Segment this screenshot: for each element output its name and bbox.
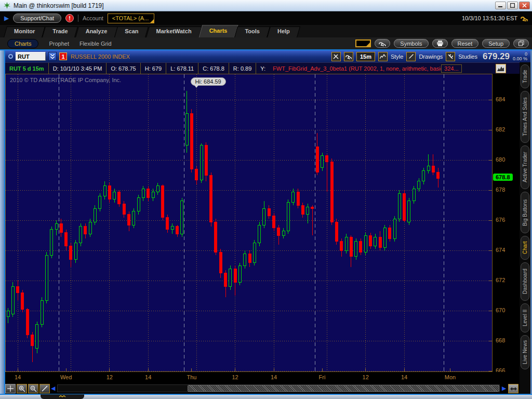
setup-button[interactable]: Setup — [482, 39, 510, 48]
double-chevron-up-icon — [59, 395, 66, 398]
wrench-icon[interactable] — [521, 15, 528, 21]
candlestick — [301, 205, 304, 214]
vtab-dashboard[interactable]: Dashboard — [521, 262, 529, 301]
subtab-prophet[interactable]: Prophet — [49, 41, 69, 47]
candlestick — [132, 211, 135, 225]
candlestick — [11, 287, 14, 314]
x-axis-label: 14 — [264, 374, 283, 380]
candlestick — [99, 196, 101, 208]
linked-count-badge[interactable]: 1 — [59, 52, 67, 60]
chart-plot-area[interactable]: 2010 © TD AMERITRADE IP Company, Inc. Hi… — [5, 74, 493, 372]
y-axis-label: 680 — [496, 156, 505, 163]
drawings-icon[interactable] — [406, 52, 416, 61]
style-icon[interactable] — [378, 52, 388, 61]
zoom-in-button[interactable] — [17, 384, 27, 393]
expand-arrow-icon[interactable]: ▶ — [4, 15, 9, 22]
y-axis-label: 682 — [496, 126, 505, 132]
tab-analyze[interactable]: Analyze — [77, 26, 116, 37]
vtab-live-news[interactable]: Live News — [521, 335, 529, 369]
candlestick — [215, 222, 217, 252]
tab-help[interactable]: Help — [269, 26, 299, 37]
candlestick — [26, 309, 29, 335]
studies-icon[interactable] — [446, 52, 455, 61]
tab-monitor[interactable]: Monitor — [5, 26, 44, 37]
symbols-button[interactable]: Symbols — [394, 39, 428, 48]
pan-button[interactable] — [508, 384, 518, 393]
detach-chart-button[interactable] — [496, 64, 506, 73]
support-chat-button[interactable]: Support/Chat — [13, 14, 61, 23]
ohlc-open: O: 678.75 — [107, 63, 140, 74]
collapse-panel-tab[interactable] — [41, 394, 84, 399]
chart-tools-button[interactable] — [331, 52, 341, 61]
candlestick — [156, 186, 159, 192]
account-selector-dropdown[interactable]: <TOTAL> (A... — [108, 14, 155, 23]
tab-trade[interactable]: Trade — [44, 26, 76, 37]
candlestick — [437, 172, 440, 179]
crosshair-tool-button[interactable] — [5, 384, 16, 393]
candlestick — [413, 189, 415, 201]
candlestick — [60, 223, 62, 232]
reset-button[interactable]: Reset — [451, 39, 479, 48]
candlestick — [374, 237, 377, 246]
vtab-big-buttons[interactable]: Big Buttons — [521, 192, 529, 233]
close-icon — [522, 3, 527, 8]
x-axis-label: 14 — [395, 374, 414, 380]
copy-window-button[interactable] — [513, 39, 529, 48]
studies-button[interactable]: Studies — [458, 54, 477, 60]
close-button[interactable] — [519, 2, 530, 9]
candlestick — [418, 181, 420, 189]
chart-settings-button[interactable] — [344, 52, 353, 61]
alert-icon[interactable]: ! — [65, 14, 74, 22]
ohlc-date: D: 10/1/10 3:45 PM — [49, 63, 107, 74]
study-more-values[interactable]: 324... — [441, 64, 462, 73]
chart-panel: 2010 © TD AMERITRADE IP Company, Inc. Hi… — [5, 74, 520, 372]
candlestick — [185, 113, 188, 145]
candlestick — [166, 218, 169, 230]
window-left-frame — [0, 50, 5, 394]
candlestick — [273, 216, 275, 228]
color-swatch-button[interactable] — [355, 39, 371, 47]
link-group-icon[interactable] — [8, 54, 13, 59]
tab-charts[interactable]: Charts — [201, 25, 236, 37]
price-axis[interactable]: 678.8 684682680678676674672670668666 — [493, 74, 520, 372]
title-bar[interactable]: Main @ thinkorswim [build 1719] — [0, 0, 532, 11]
vtab-chart[interactable]: Chart — [521, 236, 529, 260]
line-draw-tool-button[interactable] — [39, 384, 50, 393]
candlestick — [321, 156, 324, 168]
link-tool-button[interactable] — [375, 39, 390, 48]
vtab-trade[interactable]: Trade — [521, 64, 529, 88]
subtab-charts[interactable]: Charts — [7, 39, 38, 48]
vtab-level-ii[interactable]: Level II — [521, 303, 529, 332]
candlestick — [113, 192, 116, 200]
drawings-button[interactable]: Drawings — [419, 54, 443, 60]
candlestick-chart — [6, 74, 492, 371]
tab-scan[interactable]: Scan — [116, 26, 147, 37]
candlestick — [393, 219, 396, 238]
vtab-active-trader[interactable]: Active Trader — [521, 145, 529, 189]
subtab-flexible-grid[interactable]: Flexible Grid — [79, 41, 112, 47]
style-button[interactable]: Style — [391, 54, 403, 60]
maximize-button[interactable] — [507, 2, 518, 9]
tab-tools[interactable]: Tools — [236, 26, 269, 37]
symbol-dropdown-button[interactable] — [48, 52, 57, 61]
chart-scrollbar-thumb[interactable] — [188, 385, 499, 392]
chart-scrollbar-track[interactable] — [57, 384, 500, 392]
print-button[interactable] — [432, 39, 448, 48]
symbol-input[interactable] — [16, 52, 46, 61]
minimize-button[interactable] — [495, 2, 506, 9]
tab-marketwatch[interactable]: MarketWatch — [148, 26, 201, 37]
scroll-left-arrow[interactable]: ◀ — [51, 385, 55, 392]
candlestick — [7, 311, 9, 317]
wrench-icon — [447, 54, 454, 59]
candlestick — [89, 222, 91, 234]
time-axis[interactable]: 14Wed1214Thu1214Fri1214Mon — [5, 372, 514, 383]
vtab-times-and-sales[interactable]: Times And Sales — [521, 91, 529, 143]
right-gadget-tab-bar: Trade Times And Sales Active Trader Big … — [520, 62, 530, 394]
timeframe-button[interactable]: 15m — [356, 52, 375, 61]
scroll-right-arrow[interactable]: ▶ — [502, 385, 506, 392]
candlestick — [45, 255, 48, 300]
top-toolbar: ▶ Support/Chat ! Account <TOTAL> (A... 1… — [0, 11, 532, 25]
zoom-out-button[interactable] — [28, 384, 38, 393]
candlestick — [190, 113, 193, 169]
line-chart-icon — [380, 54, 386, 59]
